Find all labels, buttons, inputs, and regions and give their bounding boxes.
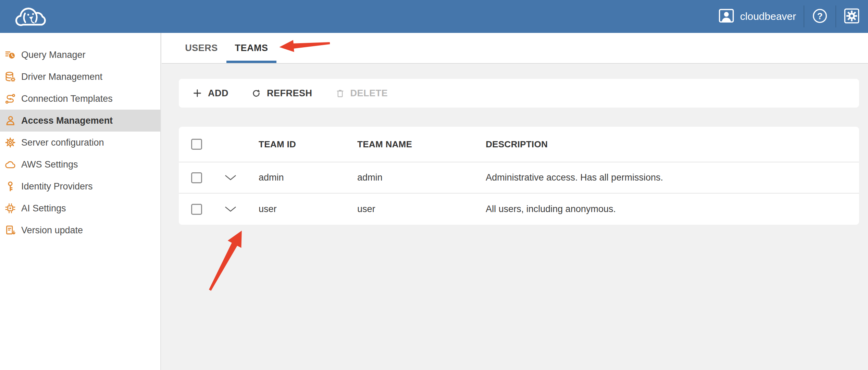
header-checkbox-cell [179, 139, 224, 150]
access-management-icon [4, 115, 16, 126]
user-menu[interactable]: cloudbeaver [718, 8, 796, 26]
cell-team-id: user [259, 204, 357, 214]
tab-users[interactable]: USERS [176, 33, 226, 63]
sidebar-item-label: AI Settings [21, 203, 66, 214]
column-header-team-id: TEAM ID [259, 139, 357, 150]
identity-providers-icon [4, 181, 16, 192]
sidebar-item-version-update[interactable]: Version update [0, 219, 160, 241]
sidebar-item-label: Query Manager [21, 50, 86, 60]
teams-toolbar: ADD REFRESH DELETE [179, 79, 859, 108]
help-icon: ? [812, 8, 828, 24]
tab-teams[interactable]: TEAMS [226, 33, 276, 63]
username-label: cloudbeaver [740, 11, 796, 22]
cell-description: All users, including anonymous. [486, 204, 859, 214]
sidebar-item-label: AWS Settings [21, 159, 78, 170]
header-divider [835, 5, 836, 27]
row-checkbox[interactable] [191, 204, 202, 215]
help-button[interactable]: ? [812, 8, 828, 25]
column-header-team-name: TEAM NAME [357, 139, 486, 150]
sidebar-item-driver-management[interactable]: Driver Management [0, 66, 160, 88]
add-button-label: ADD [208, 88, 228, 99]
version-update-icon [4, 224, 16, 236]
cell-description: Administrative access. Has all permissio… [486, 172, 859, 183]
add-button[interactable]: ADD [193, 88, 228, 99]
chevron-down-icon[interactable] [224, 174, 237, 181]
connection-templates-icon [4, 93, 16, 104]
settings-button[interactable] [844, 8, 860, 25]
sidebar-item-access-management[interactable]: Access Management [0, 110, 160, 132]
active-tab-underline [226, 61, 276, 63]
table-row-user[interactable]: user user All users, including anonymous… [179, 194, 859, 225]
sidebar-item-label: Server configuration [21, 137, 104, 148]
tab-teams-label: TEAMS [235, 43, 268, 53]
admin-sidebar: Query Manager Driver Management Connecti… [0, 33, 161, 370]
access-management-tabbar: USERS TEAMS [162, 33, 868, 64]
sidebar-item-label: Identity Providers [21, 181, 93, 192]
row-expand-cell [224, 174, 259, 181]
trash-icon [336, 89, 345, 98]
header-divider [804, 5, 804, 27]
chevron-down-icon[interactable] [224, 206, 237, 213]
teams-table: TEAM ID TEAM NAME DESCRIPTION admin admi… [179, 127, 859, 225]
sidebar-item-aws-settings[interactable]: AWS Settings [0, 153, 160, 175]
header-actions: cloudbeaver ? [718, 0, 860, 33]
cell-team-name: admin [357, 172, 486, 183]
column-header-description: DESCRIPTION [486, 139, 859, 150]
sidebar-item-label: Connection Templates [21, 94, 113, 104]
ai-settings-icon [4, 202, 16, 214]
cloudbeaver-logo [14, 4, 48, 30]
delete-button-label: DELETE [350, 88, 388, 99]
table-row-admin[interactable]: admin admin Administrative access. Has a… [179, 162, 859, 194]
gear-icon [844, 8, 860, 24]
refresh-button-label: REFRESH [267, 88, 312, 99]
cell-team-name: user [357, 204, 486, 214]
row-expand-cell [224, 206, 259, 213]
red-arrow-to-team-rows [200, 223, 248, 295]
sidebar-item-identity-providers[interactable]: Identity Providers [0, 175, 160, 197]
main-content: USERS TEAMS ADD REFRESH [162, 33, 868, 370]
sidebar-item-label: Version update [21, 225, 83, 236]
driver-management-icon [4, 71, 16, 83]
svg-text:?: ? [817, 11, 822, 21]
sidebar-item-connection-templates[interactable]: Connection Templates [0, 88, 160, 110]
cell-team-id: admin [259, 172, 357, 183]
top-header-bar: cloudbeaver ? [0, 0, 868, 33]
user-icon [718, 8, 735, 26]
aws-settings-icon [4, 159, 16, 170]
select-all-checkbox[interactable] [191, 139, 202, 150]
refresh-button[interactable]: REFRESH [252, 88, 312, 99]
sidebar-item-ai-settings[interactable]: AI Settings [0, 197, 160, 219]
refresh-icon [252, 89, 261, 98]
sidebar-item-server-configuration[interactable]: Server configuration [0, 132, 160, 153]
sidebar-item-label: Driver Management [21, 72, 102, 82]
row-checkbox-cell [179, 204, 224, 215]
table-header-row: TEAM ID TEAM NAME DESCRIPTION [179, 127, 859, 162]
cloudbeaver-admin-screen: cloudbeaver ? [0, 0, 868, 370]
plus-icon [193, 88, 202, 98]
query-manager-icon [4, 49, 16, 61]
tab-users-label: USERS [185, 43, 218, 53]
sidebar-item-query-manager[interactable]: Query Manager [0, 44, 160, 66]
row-checkbox-cell [179, 172, 224, 183]
row-checkbox[interactable] [191, 172, 202, 183]
sidebar-item-label: Access Management [21, 115, 113, 126]
server-configuration-icon [4, 137, 16, 148]
delete-button[interactable]: DELETE [336, 88, 388, 99]
